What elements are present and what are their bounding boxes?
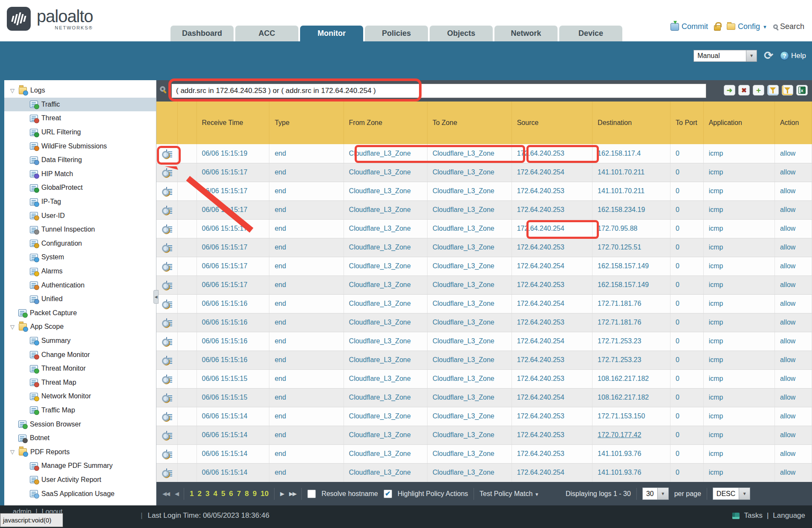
sort-order-select[interactable]: DESC ▼ [713, 487, 750, 500]
page-number-2[interactable]: 2 [197, 490, 201, 498]
resolve-hostname-checkbox[interactable] [307, 490, 316, 498]
cell-value[interactable]: 141.101.70.211 [598, 168, 644, 176]
cell-value[interactable]: 172.64.240.254 [517, 469, 564, 476]
log-filter-input[interactable] [171, 84, 706, 98]
sidebar-item-alarms[interactable]: Alarms [4, 264, 156, 279]
page-number-1[interactable]: 1 [190, 490, 194, 498]
cell-value[interactable]: 172.64.240.253 [517, 244, 564, 251]
column-header-to-zone[interactable]: To Zone [427, 102, 511, 144]
cell-value[interactable]: 172.64.240.253 [517, 375, 564, 382]
log-detail-icon[interactable] [166, 168, 167, 176]
sidebar-item-user-id[interactable]: User-ID [4, 209, 156, 223]
cell-value[interactable]: 162.158.234.19 [598, 206, 645, 213]
log-detail-icon[interactable] [166, 356, 167, 364]
sidebar-item-pdf-reports[interactable]: ▽PDF Reports [4, 445, 156, 459]
log-detail-icon[interactable] [166, 431, 167, 439]
sidebar-item-summary[interactable]: Summary [4, 334, 156, 348]
log-detail-icon[interactable] [166, 318, 167, 326]
cell-value[interactable]: 172.70.95.88 [598, 225, 637, 232]
cell-value[interactable]: 172.64.240.254 [517, 300, 564, 307]
column-header-detail[interactable] [156, 102, 177, 144]
log-detail-icon[interactable] [166, 374, 167, 383]
column-header-destination[interactable]: Destination [592, 102, 670, 144]
sidebar-item-manage-pdf-summary[interactable]: Manage PDF Summary [4, 459, 156, 473]
tab-dashboard[interactable]: Dashboard [170, 26, 234, 41]
next-page-icon[interactable]: ▶ [280, 490, 283, 497]
cell-value[interactable]: 141.101.93.76 [598, 450, 641, 457]
sidebar-item-change-monitor[interactable]: Change Monitor [4, 348, 156, 362]
cell-value[interactable]: 172.64.240.253 [517, 356, 564, 363]
sidebar-item-packet-capture[interactable]: Packet Capture [4, 306, 156, 320]
cell-value[interactable]: 172.64.240.253 [517, 450, 564, 457]
sidebar-item-app-scope[interactable]: ▽App Scope [4, 320, 156, 334]
sidebar-item-ip-tag[interactable]: IP-Tag [4, 195, 156, 209]
page-number-7[interactable]: 7 [237, 490, 241, 498]
chevron-down-icon[interactable]: ▼ [739, 488, 750, 499]
cell-value[interactable]: 141.101.93.76 [598, 469, 641, 476]
tab-policies[interactable]: Policies [365, 26, 428, 41]
expander-triangle-icon[interactable]: ▽ [9, 87, 15, 94]
sidebar-item-logs[interactable]: ▽Logs [4, 84, 156, 98]
cell-value[interactable]: 108.162.217.182 [598, 394, 649, 401]
tab-objects[interactable]: Objects [430, 26, 493, 41]
cell-value[interactable]: 172.64.240.253 [517, 412, 564, 420]
expander-triangle-icon[interactable]: ▽ [9, 449, 15, 455]
config-button[interactable]: Config ▼ [727, 22, 767, 31]
add-filter-button[interactable]: + [753, 85, 764, 96]
page-number-9[interactable]: 9 [253, 490, 257, 498]
tab-network[interactable]: Network [494, 26, 558, 41]
cell-value[interactable]: 141.101.70.211 [598, 187, 644, 194]
log-detail-icon[interactable] [166, 337, 167, 345]
log-detail-icon[interactable] [166, 262, 167, 270]
sidebar-item-network-monitor[interactable]: Network Monitor [4, 389, 156, 403]
export-csv-button[interactable]: x [796, 85, 808, 96]
column-header-spacer[interactable] [177, 102, 196, 144]
cell-value[interactable]: 172.64.240.253 [517, 206, 564, 213]
tab-device[interactable]: Device [559, 26, 622, 41]
sidebar-item-threat[interactable]: Threat [4, 111, 156, 125]
page-number-6[interactable]: 6 [229, 490, 233, 498]
cell-value[interactable]: 172.64.240.253 [517, 187, 564, 194]
cell-value[interactable]: 172.71.253.23 [598, 337, 641, 345]
log-detail-icon[interactable] [166, 468, 167, 476]
lock-icon[interactable] [714, 25, 721, 31]
chevron-down-icon[interactable]: ▼ [746, 50, 757, 61]
sidebar-item-threat-monitor[interactable]: Threat Monitor [4, 362, 156, 376]
log-detail-icon[interactable] [166, 393, 167, 401]
column-header-from-zone[interactable]: From Zone [344, 102, 427, 144]
column-header-receive-time[interactable]: Receive Time [196, 102, 269, 144]
cell-value[interactable]: 172.70.125.51 [598, 244, 641, 251]
cell-value[interactable]: 172.71.181.76 [598, 319, 641, 326]
page-number-3[interactable]: 3 [205, 490, 209, 498]
clear-filter-button[interactable]: ✖ [738, 85, 750, 96]
column-header-source[interactable]: Source [511, 102, 592, 144]
sidebar-item-unified[interactable]: Unified [4, 292, 156, 306]
cell-value[interactable]: 172.71.153.150 [598, 412, 645, 420]
commit-button[interactable]: Commit [670, 22, 708, 31]
sidebar-item-authentication[interactable]: Authentication [4, 278, 156, 292]
cell-value[interactable]: 172.71.181.76 [598, 300, 641, 307]
log-detail-icon[interactable] [166, 450, 167, 458]
cell-value[interactable]: 108.162.217.182 [598, 375, 649, 382]
prev-page-icon[interactable]: ◀ [175, 490, 178, 497]
log-detail-icon[interactable] [166, 243, 167, 251]
cell-value[interactable]: 172.64.240.254 [517, 337, 564, 345]
refresh-icon[interactable]: ⟳ [764, 49, 773, 62]
column-header-action[interactable]: Action [774, 102, 812, 144]
highlight-policy-actions-checkbox[interactable]: ✔ [384, 490, 392, 498]
sidebar-item-traffic-map[interactable]: Traffic Map [4, 403, 156, 418]
apply-filter-button[interactable]: ➜ [724, 85, 735, 96]
sidebar-collapse-handle[interactable]: ◀ [153, 290, 159, 304]
per-page-select[interactable]: 30 ▼ [642, 487, 669, 500]
cell-value[interactable]: 162.158.117.4 [598, 150, 641, 157]
language-link[interactable]: Language [773, 511, 805, 520]
tasks-link[interactable]: Tasks [744, 511, 762, 520]
cell-value[interactable]: 172.64.240.253 [517, 431, 564, 438]
first-page-icon[interactable]: ◀◀ [162, 490, 169, 497]
expander-triangle-icon[interactable]: ▽ [9, 324, 15, 330]
test-policy-match-button[interactable]: Test Policy Match ▼ [480, 490, 539, 498]
column-header-application[interactable]: Application [703, 102, 774, 144]
saved-filters-button[interactable] [782, 85, 793, 96]
cell-value[interactable]: 162.158.157.149 [598, 262, 649, 270]
sidebar-item-session-browser[interactable]: Session Browser [4, 417, 156, 431]
